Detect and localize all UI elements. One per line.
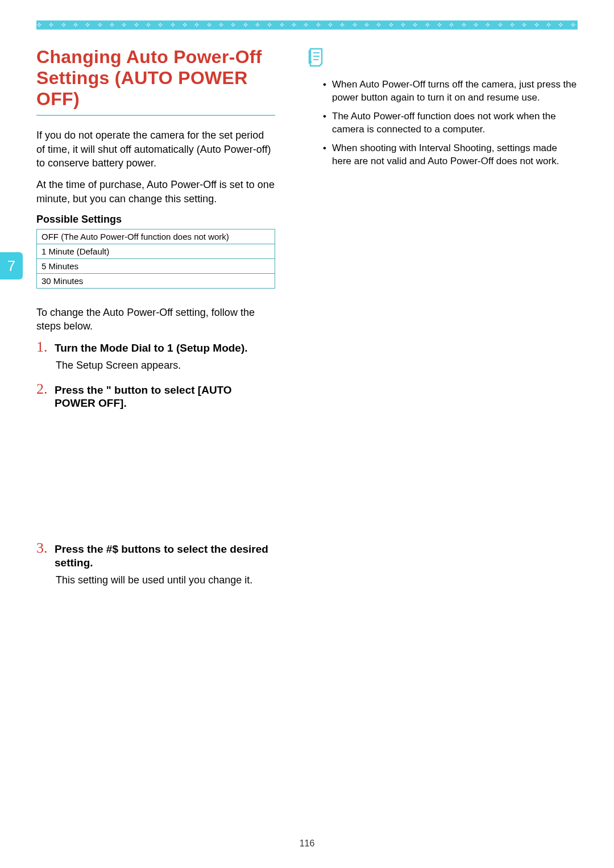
decorative-border: ✧ ✧ ✧ ✧ ✧ ✧ ✧ ✧ ✧ ✧ ✧ ✧ ✧ ✧ ✧ ✧ ✧ ✧ ✧ ✧ … [36,20,578,30]
step-1-title: Turn the Mode Dial to 1 (Setup Mode). [55,341,248,355]
step-3-body: This setting will be used until you chan… [56,573,275,587]
section-title: Changing Auto Power-Off Settings (AUTO P… [36,47,275,109]
note-item: When Auto Power-Off turns off the camera… [323,78,578,105]
manual-page: ✧ ✧ ✧ ✧ ✧ ✧ ✧ ✧ ✧ ✧ ✧ ✧ ✧ ✧ ✧ ✧ ✧ ✧ ✧ ✧ … [0,0,614,868]
title-underline [36,115,275,116]
table-row: 5 Minutes [37,258,275,273]
step-3-title: Press the #$ buttons to select the desir… [55,542,275,570]
page-number: 116 [0,838,614,849]
setting-1min: 1 Minute (Default) [37,244,275,258]
step-1: 1. Turn the Mode Dial to 1 (Setup Mode).… [36,340,275,372]
intro-paragraph-2: At the time of purchase, Auto Power-Off … [36,178,275,206]
step-number: 3. [36,541,49,556]
two-column-layout: Changing Auto Power-Off Settings (AUTO P… [36,47,578,596]
step-number: 2. [36,382,49,397]
notes-list: When Auto Power-Off turns off the camera… [323,78,578,168]
table-row: OFF (The Auto Power-Off function does no… [37,229,275,244]
possible-settings-label: Possible Settings [36,214,275,226]
note-icon [307,47,578,70]
setting-off: OFF (The Auto Power-Off function does no… [37,229,275,244]
note-item: When shooting with Interval Shooting, se… [323,142,578,168]
table-row: 1 Minute (Default) [37,244,275,258]
note-item: The Auto Power-off function does not wor… [323,110,578,136]
step-1-body: The Setup Screen appears. [56,358,275,372]
left-column: Changing Auto Power-Off Settings (AUTO P… [36,47,275,596]
settings-table: OFF (The Auto Power-Off function does no… [36,229,275,289]
right-column: When Auto Power-Off turns off the camera… [307,47,578,596]
setting-5min: 5 Minutes [37,258,275,273]
step-2: 2. Press the " button to select [AUTO PO… [36,382,275,411]
setting-30min: 30 Minutes [37,273,275,288]
step-3: 3. Press the #$ buttons to select the de… [36,541,275,587]
chapter-tab: 7 [0,252,23,279]
intro-paragraph-1: If you do not operate the camera for the… [36,128,275,170]
table-row: 30 Minutes [37,273,275,288]
step-2-title: Press the " button to select [AUTO POWER… [55,383,275,411]
memo-icon [307,47,327,67]
steps-intro: To change the Auto Power-Off setting, fo… [36,306,275,333]
step-number: 1. [36,340,49,354]
